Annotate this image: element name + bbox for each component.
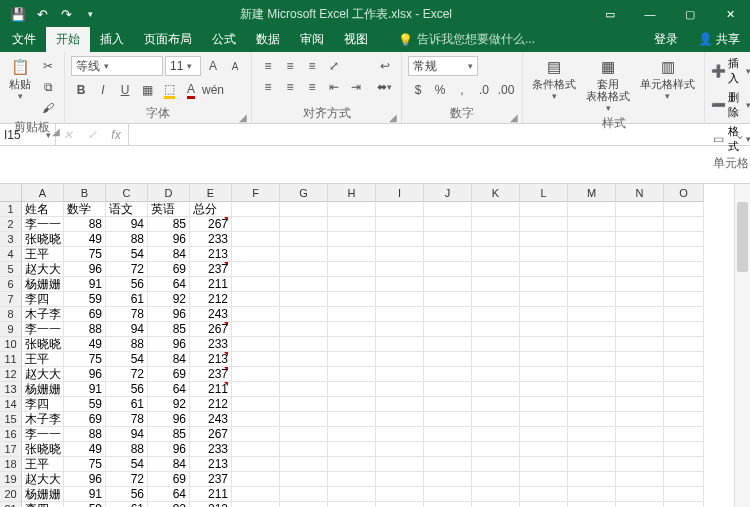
cell[interactable]: 96 bbox=[148, 412, 190, 427]
cell[interactable] bbox=[472, 277, 520, 292]
cell[interactable] bbox=[664, 472, 704, 487]
cell[interactable]: 54 bbox=[106, 457, 148, 472]
cell[interactable]: 96 bbox=[148, 232, 190, 247]
cell[interactable]: 56 bbox=[106, 277, 148, 292]
cell[interactable] bbox=[616, 292, 664, 307]
cell[interactable] bbox=[328, 502, 376, 507]
cell[interactable] bbox=[520, 277, 568, 292]
cell[interactable] bbox=[472, 412, 520, 427]
minimize-icon[interactable]: — bbox=[630, 0, 670, 28]
cell[interactable] bbox=[232, 277, 280, 292]
dialog-launcher-icon[interactable]: ◢ bbox=[510, 112, 518, 123]
cell[interactable] bbox=[424, 217, 472, 232]
cell[interactable] bbox=[568, 322, 616, 337]
cell[interactable] bbox=[376, 292, 424, 307]
cell[interactable] bbox=[472, 232, 520, 247]
cell[interactable] bbox=[328, 412, 376, 427]
cell[interactable]: 94 bbox=[106, 217, 148, 232]
cell[interactable]: 59 bbox=[64, 292, 106, 307]
row-header[interactable]: 15 bbox=[0, 412, 22, 427]
cell[interactable] bbox=[568, 457, 616, 472]
cell[interactable]: 64 bbox=[148, 487, 190, 502]
cell[interactable]: 69 bbox=[148, 472, 190, 487]
cell[interactable] bbox=[664, 322, 704, 337]
cell[interactable] bbox=[616, 412, 664, 427]
cell[interactable] bbox=[280, 247, 328, 262]
cell[interactable] bbox=[376, 457, 424, 472]
cell[interactable] bbox=[376, 427, 424, 442]
tell-me[interactable]: 💡告诉我您想要做什么... bbox=[390, 27, 543, 52]
row-header[interactable]: 6 bbox=[0, 277, 22, 292]
cell[interactable] bbox=[568, 307, 616, 322]
cell[interactable]: 李一一 bbox=[22, 217, 64, 232]
redo-icon[interactable]: ↷ bbox=[54, 2, 78, 26]
col-header[interactable]: K bbox=[472, 184, 520, 202]
grow-font-icon[interactable]: A bbox=[203, 56, 223, 76]
cell[interactable] bbox=[568, 232, 616, 247]
cell[interactable] bbox=[472, 487, 520, 502]
cell[interactable] bbox=[232, 442, 280, 457]
cell[interactable] bbox=[472, 397, 520, 412]
cell[interactable]: 56 bbox=[106, 382, 148, 397]
cell[interactable] bbox=[616, 217, 664, 232]
row-header[interactable]: 2 bbox=[0, 217, 22, 232]
cell[interactable] bbox=[472, 442, 520, 457]
col-header[interactable]: A bbox=[22, 184, 64, 202]
cell[interactable]: 75 bbox=[64, 457, 106, 472]
cell[interactable] bbox=[664, 202, 704, 217]
cell[interactable]: 243 bbox=[190, 412, 232, 427]
cell[interactable] bbox=[664, 487, 704, 502]
paste-button[interactable]: 📋粘贴▾ bbox=[6, 56, 34, 102]
cell[interactable]: 213 bbox=[190, 247, 232, 262]
row-header[interactable]: 13 bbox=[0, 382, 22, 397]
cell[interactable] bbox=[616, 247, 664, 262]
cell[interactable] bbox=[376, 262, 424, 277]
cell[interactable] bbox=[520, 232, 568, 247]
col-header[interactable]: C bbox=[106, 184, 148, 202]
select-all-corner[interactable] bbox=[0, 184, 22, 202]
cell[interactable] bbox=[424, 277, 472, 292]
cell[interactable] bbox=[616, 322, 664, 337]
cell[interactable]: 69 bbox=[64, 412, 106, 427]
cell[interactable]: 69 bbox=[148, 367, 190, 382]
cell[interactable] bbox=[568, 502, 616, 507]
cell[interactable] bbox=[664, 232, 704, 247]
cell[interactable]: 84 bbox=[148, 247, 190, 262]
cell[interactable]: 李四 bbox=[22, 292, 64, 307]
cell[interactable]: 赵大大 bbox=[22, 472, 64, 487]
insert-label[interactable]: 插入 bbox=[728, 56, 744, 86]
cell[interactable] bbox=[664, 442, 704, 457]
cell[interactable] bbox=[232, 217, 280, 232]
col-header[interactable]: B bbox=[64, 184, 106, 202]
row-header[interactable]: 7 bbox=[0, 292, 22, 307]
spreadsheet-grid[interactable]: ABCDEFGHIJKLMNO 123456789101112131415161… bbox=[0, 184, 750, 507]
cell[interactable]: 84 bbox=[148, 457, 190, 472]
row-header[interactable]: 12 bbox=[0, 367, 22, 382]
cell[interactable] bbox=[616, 397, 664, 412]
cell[interactable]: 李四 bbox=[22, 502, 64, 507]
cell[interactable] bbox=[376, 352, 424, 367]
row-header[interactable]: 3 bbox=[0, 232, 22, 247]
cell[interactable] bbox=[376, 397, 424, 412]
cell[interactable] bbox=[424, 247, 472, 262]
cell[interactable]: 96 bbox=[64, 472, 106, 487]
cell[interactable] bbox=[424, 427, 472, 442]
cell[interactable]: 78 bbox=[106, 412, 148, 427]
cell[interactable] bbox=[376, 382, 424, 397]
cell[interactable]: 59 bbox=[64, 502, 106, 507]
border-icon[interactable]: ▦ bbox=[137, 80, 157, 100]
cell[interactable]: 211 bbox=[190, 487, 232, 502]
cell[interactable] bbox=[616, 232, 664, 247]
cell[interactable]: 211 bbox=[190, 277, 232, 292]
cell[interactable]: 267 bbox=[190, 427, 232, 442]
cell[interactable]: 91 bbox=[64, 277, 106, 292]
align-right-icon[interactable]: ≡ bbox=[302, 77, 322, 97]
dialog-launcher-icon[interactable]: ◢ bbox=[52, 126, 60, 137]
cell[interactable] bbox=[328, 277, 376, 292]
copy-icon[interactable]: ⧉ bbox=[38, 77, 58, 97]
cell[interactable] bbox=[376, 412, 424, 427]
cell[interactable]: 96 bbox=[148, 307, 190, 322]
cell[interactable] bbox=[616, 457, 664, 472]
cell[interactable] bbox=[232, 337, 280, 352]
cell[interactable] bbox=[568, 352, 616, 367]
